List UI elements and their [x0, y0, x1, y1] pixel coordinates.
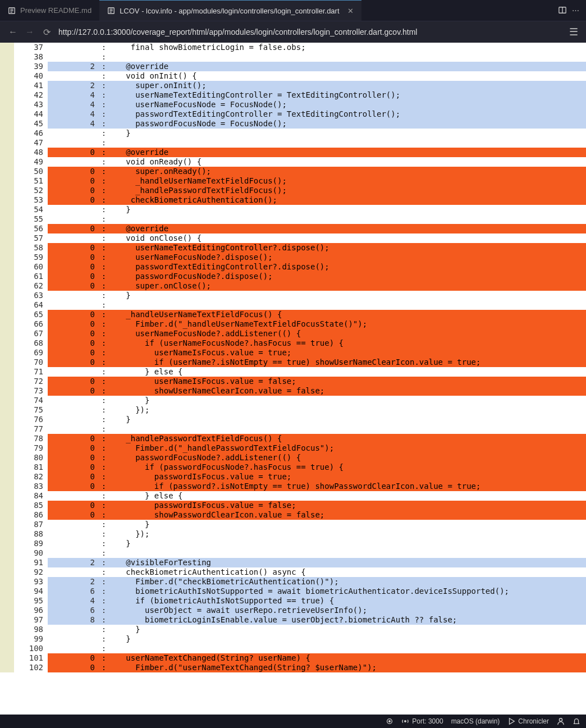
code-text: if (passwordFocusNode?.hasFocus == true)…	[109, 463, 586, 472]
line-number: 41	[14, 81, 48, 90]
code-line: 978: biometricLoginIsEnable.value = user…	[0, 615, 586, 625]
code-text: @override	[109, 148, 586, 157]
line-number: 81	[14, 463, 48, 472]
status-debug[interactable]	[386, 717, 393, 725]
tab-readme[interactable]: Preview README.md	[0, 0, 99, 21]
code-line: 510: _handleUserNameTextFieldFocus();	[0, 176, 586, 186]
code-text: userNameIsFocus.value = false;	[109, 377, 586, 386]
code-text: passwordIsFocus.value = false;	[109, 501, 586, 510]
code-text: if (userNameFocusNode?.hasFocus == true)…	[109, 338, 586, 348]
code-text: }	[109, 625, 586, 634]
code-line: 560: @override	[0, 224, 586, 233]
back-icon[interactable]: ←	[8, 27, 18, 37]
tab-lcov[interactable]: LCOV - lcov.info - app/modules/login/con…	[99, 0, 361, 21]
svg-point-6	[559, 718, 562, 721]
forward-icon[interactable]: →	[25, 27, 35, 37]
code-line: 500: super.onReady();	[0, 167, 586, 176]
code-text	[109, 52, 586, 62]
code-text: Fimber.d("checkBiometricAuthentication()…	[109, 577, 586, 587]
code-line: 75: });	[0, 405, 586, 415]
code-line: 434: userNameFocusNode = FocusNode();	[0, 100, 586, 109]
close-icon[interactable]: ✕	[347, 7, 354, 15]
hit-count	[48, 491, 98, 501]
hit-count: 0	[48, 482, 98, 491]
line-number: 84	[14, 491, 48, 501]
line-number: 77	[14, 424, 48, 434]
code-text: passwordFocusNode?.addListener(() {	[109, 453, 586, 463]
code-line: 100:	[0, 644, 586, 653]
code-line: 77:	[0, 424, 586, 434]
code-line: 38:	[0, 52, 586, 62]
hit-count: 6	[48, 587, 98, 596]
code-text: _handleUserNameTextFieldFocus() {	[109, 310, 586, 319]
code-line: 966: userObject = await userRepo.retriev…	[0, 606, 586, 615]
code-line: 1010: userNameTextChanged(String? userNa…	[0, 653, 586, 663]
code-line: 57: void onClose() {	[0, 233, 586, 243]
line-number: 74	[14, 396, 48, 405]
hit-count: 0	[48, 358, 98, 367]
line-number: 62	[14, 281, 48, 291]
line-number: 98	[14, 625, 48, 634]
code-line: 932: Fimber.d("checkBiometricAuthenticat…	[0, 577, 586, 587]
code-text: passwordTextEditingController?.dispose()…	[109, 262, 586, 272]
line-number: 66	[14, 319, 48, 329]
hit-count	[48, 43, 98, 52]
code-line: 47:	[0, 138, 586, 148]
line-number: 75	[14, 405, 48, 415]
code-text: userNameTextEditingController?.dispose()…	[109, 243, 586, 253]
code-text: checkBiometricAuthentication();	[109, 195, 586, 205]
code-line: 84: } else {	[0, 491, 586, 501]
code-viewer[interactable]: 37: final showBiometricLogin = false.obs…	[0, 43, 586, 715]
tab-bar: Preview README.md LCOV - lcov.info - app…	[0, 0, 586, 21]
code-text: showPasswordClearIcon.value = false;	[109, 510, 586, 520]
hit-count: 0	[48, 386, 98, 396]
code-text: @override	[109, 224, 586, 233]
hit-count: 0	[48, 338, 98, 348]
hamburger-icon[interactable]: ☰	[569, 26, 578, 38]
status-bell[interactable]	[573, 717, 580, 725]
line-number: 94	[14, 587, 48, 596]
line-number: 89	[14, 539, 48, 548]
hit-count: 2	[48, 62, 98, 71]
status-port[interactable]: Port: 3000	[401, 717, 443, 725]
status-os[interactable]: macOS (darwin)	[451, 717, 500, 725]
code-line: 98: }	[0, 625, 586, 634]
code-line: 88: });	[0, 529, 586, 539]
code-line: 46: }	[0, 129, 586, 138]
hit-count: 0	[48, 653, 98, 663]
code-line: 620: super.onClose();	[0, 281, 586, 291]
code-line: 780: _handlePasswordTextFieldFocus() {	[0, 434, 586, 443]
svg-point-4	[389, 721, 391, 722]
url-text[interactable]: http://127.0.0.1:3000/coverage_report/ht…	[58, 28, 562, 36]
hit-count	[48, 233, 98, 243]
code-text: }	[109, 520, 586, 529]
reload-icon[interactable]: ⟳	[42, 27, 52, 38]
code-text: biometricAuthIsNotSupported = await biom…	[109, 587, 586, 596]
status-chronicler[interactable]: Chronicler	[507, 717, 549, 725]
hit-count	[48, 300, 98, 310]
code-text: passwordFocusNode = FocusNode();	[109, 119, 586, 129]
code-line: 424: userNameTextEditingController = Tex…	[0, 90, 586, 100]
code-text: void onClose() {	[109, 233, 586, 243]
code-text: _handlePasswordTextFieldFocus();	[109, 186, 586, 195]
hit-count	[48, 129, 98, 138]
code-text: super.onInit();	[109, 81, 586, 90]
hit-count: 0	[48, 443, 98, 453]
code-line: 520: _handlePasswordTextFieldFocus();	[0, 186, 586, 195]
line-number: 54	[14, 205, 48, 214]
code-text: if (biometricAuthIsNotSupported == true)…	[109, 596, 586, 606]
hit-count: 0	[48, 348, 98, 358]
code-line: 730: showUserNameClearIcon.value = false…	[0, 386, 586, 396]
code-text: userNameTextEditingController = TextEdit…	[109, 90, 586, 100]
code-text	[109, 548, 586, 558]
code-text: } else {	[109, 367, 586, 377]
status-account[interactable]	[557, 717, 565, 725]
code-line: 87: }	[0, 520, 586, 529]
code-text: passwordTextEditingController = TextEdit…	[109, 109, 586, 119]
split-icon[interactable]	[558, 6, 566, 14]
code-text: final showBiometricLogin = false.obs;	[109, 43, 586, 52]
hit-count: 0	[48, 253, 98, 262]
hit-count	[48, 415, 98, 424]
code-line: 700: if (userName?.isNotEmpty == true) s…	[0, 358, 586, 367]
more-icon[interactable]: ⋯	[572, 6, 579, 15]
